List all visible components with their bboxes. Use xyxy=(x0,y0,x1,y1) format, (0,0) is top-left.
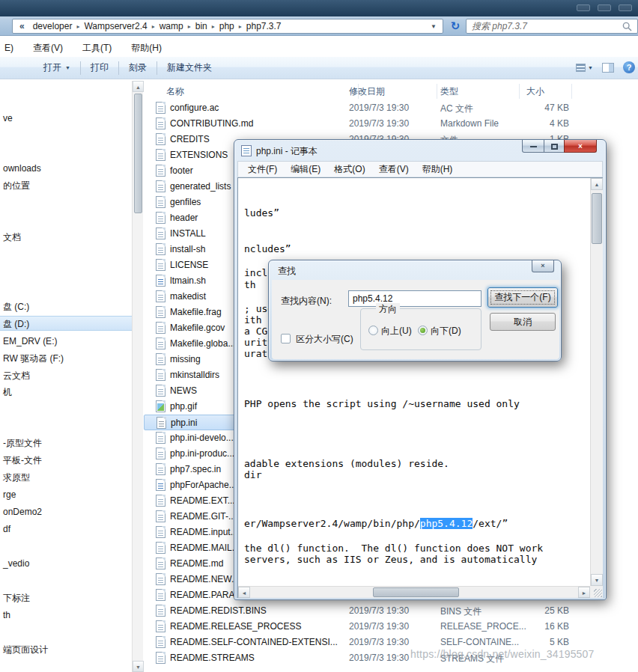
breadcrumb-item[interactable]: php xyxy=(215,21,239,31)
sidebar-item[interactable]: 平板-文件 xyxy=(0,453,132,468)
breadcrumb-item[interactable]: php7.3.7 xyxy=(242,21,286,31)
toolbar-button[interactable]: 新建文件夹 xyxy=(160,60,219,76)
menu-item[interactable]: 查看(V) xyxy=(372,163,416,176)
menu-item[interactable]: 文件(F) xyxy=(241,163,284,176)
toolbar-divider xyxy=(80,61,81,75)
file-icon xyxy=(156,353,165,365)
file-row[interactable]: README.RELEASE_PROCESS2019/7/3 19:30RELE… xyxy=(144,619,573,635)
match-case-label[interactable]: 区分大小写(C) xyxy=(296,333,353,346)
close-icon[interactable] xyxy=(619,4,632,11)
column-header-row: 名称修改日期类型大小 xyxy=(144,82,638,100)
menu-item[interactable]: 帮助(H) xyxy=(130,42,163,55)
file-icon xyxy=(156,212,165,224)
text-line: th xyxy=(244,279,256,290)
menu-item[interactable]: 工具(T) xyxy=(81,42,113,55)
column-header[interactable]: 类型 xyxy=(440,85,458,98)
sidebar-item[interactable]: 盘 (C:) xyxy=(0,299,132,314)
sidebar-item[interactable]: 机 xyxy=(0,385,132,400)
sidebar-item[interactable]: 盘 (D:) xyxy=(0,316,132,331)
preview-pane-icon[interactable] xyxy=(602,63,614,73)
breadcrumb-item[interactable]: bin xyxy=(191,21,212,31)
scrollbar-thumb[interactable] xyxy=(373,587,459,597)
breadcrumb-history-icon[interactable]: ▼ xyxy=(428,23,440,30)
direction-down-radio[interactable] xyxy=(418,326,428,335)
search-box[interactable]: 搜索 php7.3.7 xyxy=(466,19,638,34)
sidebar-item[interactable]: rge xyxy=(0,487,132,502)
maximize-button[interactable] xyxy=(544,140,565,153)
toolbar-button[interactable]: 打印 xyxy=(83,60,116,76)
sidebar-item[interactable]: 的位置 xyxy=(0,178,132,193)
file-icon xyxy=(156,558,165,569)
file-icon xyxy=(156,605,165,617)
file-name: footer xyxy=(170,165,193,176)
help-icon[interactable]: ? xyxy=(623,61,635,73)
scroll-up-icon[interactable]: ▲ xyxy=(133,81,144,92)
toolbar-button[interactable]: 刻录 xyxy=(121,60,154,76)
file-row[interactable]: CONTRIBUTING.md2019/7/3 19:30Markdown Fi… xyxy=(144,116,573,132)
sidebar-item[interactable]: 求原型 xyxy=(0,470,132,485)
breadcrumb-item[interactable]: wamp xyxy=(155,21,188,31)
dialog-close-button[interactable]: × xyxy=(532,260,554,272)
file-row[interactable]: README.REDIST.BINS2019/7/3 19:30BINS 文件2… xyxy=(144,603,573,619)
text-editor[interactable]: ludes”ncludes”inclth; useith Fa CGurityu… xyxy=(238,178,590,586)
sidebar-item[interactable]: 下标注 xyxy=(0,590,132,605)
file-name: configure.ac xyxy=(170,103,219,113)
menu-item[interactable]: E) xyxy=(3,43,15,53)
maximize-icon[interactable] xyxy=(598,4,611,11)
scrollbar-thumb[interactable] xyxy=(592,193,602,244)
close-button[interactable]: × xyxy=(564,140,597,153)
file-row[interactable]: configure.ac2019/7/3 19:30AC 文件47 KB xyxy=(144,100,573,116)
explorer-menubar: E)查看(V)工具(T)帮助(H) xyxy=(3,40,163,55)
file-icon xyxy=(156,259,165,271)
breadcrumb-overflow-icon[interactable]: « xyxy=(16,21,28,31)
sidebar-item[interactable]: 文档 xyxy=(0,230,132,245)
sidebar-item[interactable]: _vedio xyxy=(0,556,132,571)
sidebar-item[interactable]: 云文档 xyxy=(0,368,132,383)
file-name: ltmain.sh xyxy=(170,275,206,286)
cancel-button[interactable]: 取消 xyxy=(490,313,556,331)
minimize-button[interactable] xyxy=(522,140,544,153)
sidebar-item[interactable]: -原型文件 xyxy=(0,436,132,450)
scroll-down-icon[interactable]: ▼ xyxy=(591,574,603,586)
sidebar-item[interactable]: df xyxy=(0,522,132,537)
scroll-up-icon[interactable]: ▲ xyxy=(591,178,603,190)
change-view-button[interactable]: ▼ xyxy=(576,64,593,72)
file-icon xyxy=(156,196,165,208)
sidebar-item[interactable]: ownloads xyxy=(0,161,132,176)
column-header[interactable]: 名称 xyxy=(166,85,184,98)
sidebar-item[interactable]: ve xyxy=(0,111,132,126)
sidebar-item[interactable]: RW 驱动器 (F:) xyxy=(0,351,132,366)
find-next-button[interactable]: 查找下一个(F) xyxy=(487,287,558,308)
direction-up-label[interactable]: 向上(U) xyxy=(381,325,412,337)
direction-down-label[interactable]: 向下(D) xyxy=(431,325,461,337)
notepad-titlebar[interactable]: php.ini - 记事本 × xyxy=(234,140,606,161)
match-case-checkbox[interactable] xyxy=(281,334,291,343)
column-header[interactable]: 大小 xyxy=(526,85,544,98)
menu-item[interactable]: 格式(O) xyxy=(327,163,371,176)
direction-up-radio[interactable] xyxy=(368,326,378,335)
find-input[interactable] xyxy=(348,290,481,307)
file-date: 2019/7/3 19:30 xyxy=(349,621,409,632)
breadcrumb-item[interactable]: Wampserver2.4 xyxy=(79,21,151,31)
menu-item[interactable]: 查看(V) xyxy=(31,42,64,55)
scroll-right-icon[interactable]: ► xyxy=(578,587,590,598)
minimize-icon[interactable] xyxy=(577,4,590,11)
sidebar-item[interactable]: onDemo2 xyxy=(0,504,132,519)
menu-item[interactable]: 编辑(E) xyxy=(284,163,327,176)
sidebar-item[interactable]: th xyxy=(0,608,132,623)
scroll-left-icon[interactable]: ◄ xyxy=(238,587,250,598)
menu-item[interactable]: 帮助(H) xyxy=(416,163,460,176)
file-icon xyxy=(156,495,165,507)
column-header[interactable]: 修改日期 xyxy=(349,85,385,98)
sidebar-item[interactable]: 端页面设计 xyxy=(0,642,132,657)
toolbar-button[interactable]: 打开▼ xyxy=(36,60,78,76)
refresh-button[interactable]: ↻ xyxy=(448,19,463,34)
scroll-down-icon[interactable]: ▼ xyxy=(133,661,144,672)
explorer-toolbar: 打开▼打印刻录新建文件夹 ▼ ? xyxy=(0,57,638,79)
scrollbar-thumb[interactable] xyxy=(134,94,142,213)
breadcrumb-item[interactable]: developer xyxy=(28,21,77,31)
resize-grip[interactable] xyxy=(590,586,603,598)
sidebar-item[interactable]: EM_DRV (E:) xyxy=(0,334,132,349)
breadcrumb[interactable]: «developer▸Wampserver2.4▸wamp▸bin▸php▸ph… xyxy=(12,19,443,34)
text-line: dir xyxy=(244,469,261,480)
